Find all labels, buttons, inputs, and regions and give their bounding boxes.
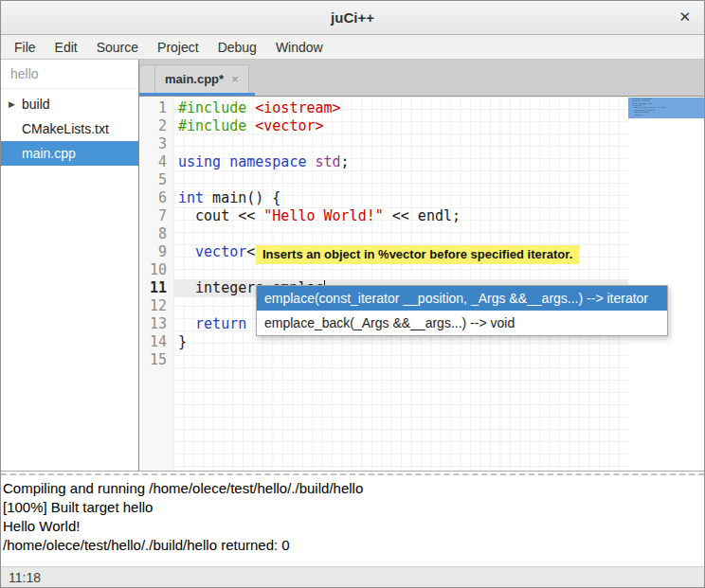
menu-item-source[interactable]: Source xyxy=(87,37,148,58)
code-token: vector xyxy=(195,243,246,260)
code-token xyxy=(246,117,255,134)
line-number: 1 xyxy=(139,99,167,117)
menu-item-edit[interactable]: Edit xyxy=(45,37,87,58)
code-line[interactable]: int main() { xyxy=(173,189,628,207)
project-name: hello xyxy=(1,60,138,89)
tree-item-label: CMakeLists.txt xyxy=(22,121,109,136)
line-number: 11 xyxy=(139,279,167,297)
file-tree-panel: hello ▶buildCMakeLists.txtmain.cpp xyxy=(1,60,139,471)
window-close-icon[interactable]: ✕ xyxy=(678,9,691,26)
code-token xyxy=(178,315,195,332)
tree-item-cmakelists-txt[interactable]: CMakeLists.txt xyxy=(1,116,138,141)
code-token: using xyxy=(178,153,221,170)
code-token xyxy=(178,243,195,260)
titlebar[interactable]: juCi++ ✕ xyxy=(1,1,704,35)
code-token: main() { xyxy=(204,189,280,206)
code-token: #include xyxy=(178,117,246,134)
line-number: 8 xyxy=(139,225,167,243)
code-line[interactable]: using namespace std; xyxy=(173,153,628,171)
line-number: 9 xyxy=(139,243,167,261)
code-area[interactable]: #include <iostream>#include <vector>usin… xyxy=(173,97,628,471)
code-token: std xyxy=(316,153,341,170)
tree-item-label: build xyxy=(22,97,50,112)
code-line[interactable] xyxy=(173,225,628,243)
active-tab-indicator xyxy=(139,93,255,96)
code-line[interactable] xyxy=(173,351,628,369)
tab-label: main.cpp* xyxy=(165,72,224,86)
code-token: < xyxy=(246,243,255,260)
menu-item-project[interactable]: Project xyxy=(148,37,208,58)
status-time: 11:18 xyxy=(9,570,41,585)
line-number: 15 xyxy=(139,351,167,369)
tab-strip-edge xyxy=(139,64,154,93)
file-tree: ▶buildCMakeLists.txtmain.cpp xyxy=(1,89,138,166)
tab-bar: main.cpp* × xyxy=(139,60,704,97)
completion-item-0[interactable]: emplace(const_iterator __position, _Args… xyxy=(257,286,667,311)
menu-item-debug[interactable]: Debug xyxy=(208,37,266,58)
output-line: Hello World! xyxy=(3,517,702,536)
completion-popup: emplace(const_iterator __position, _Args… xyxy=(256,285,668,336)
code-line[interactable]: #include <iostream> xyxy=(173,99,628,117)
code-token xyxy=(221,153,229,170)
tree-item-label: main.cpp xyxy=(22,146,76,161)
code-token: return xyxy=(195,315,246,332)
code-token: cout << xyxy=(178,207,263,224)
line-number-gutter: 123456789101112131415 xyxy=(139,97,173,471)
tab-close-icon[interactable]: × xyxy=(231,72,239,86)
menubar: FileEditSourceProjectDebugWindow xyxy=(1,35,704,60)
build-output: Compiling and running /home/olece/test/h… xyxy=(1,476,704,566)
window-title: juCi++ xyxy=(331,9,374,26)
completion-item-1[interactable]: emplace_back(_Args &&__args...) --> void xyxy=(257,311,667,335)
code-line[interactable] xyxy=(173,135,628,153)
menu-item-file[interactable]: File xyxy=(5,37,45,58)
line-number: 10 xyxy=(139,261,167,279)
output-line: [100%] Built target hello xyxy=(3,498,702,517)
code-line[interactable]: #include <vector> xyxy=(173,117,628,135)
code-token xyxy=(306,153,315,170)
tab-main-cpp[interactable]: main.cpp* × xyxy=(154,64,249,93)
code-token xyxy=(246,315,255,332)
status-bar: 11:18 xyxy=(1,566,704,587)
menu-item-window[interactable]: Window xyxy=(266,37,333,58)
code-token xyxy=(246,99,255,116)
code-token: "Hello World!" xyxy=(263,207,383,224)
minimap-code: #include <iostream> #include <vector> us… xyxy=(632,98,666,117)
line-number: 13 xyxy=(139,315,167,333)
line-number: 7 xyxy=(139,207,167,225)
tree-item-main-cpp[interactable]: main.cpp xyxy=(1,141,138,166)
main-area: hello ▶buildCMakeLists.txtmain.cpp main.… xyxy=(1,60,704,471)
code-line[interactable] xyxy=(173,171,628,189)
code-token: int xyxy=(178,189,204,206)
code-token: } xyxy=(178,333,187,350)
line-number: 6 xyxy=(139,189,167,207)
code-token: ; xyxy=(341,153,350,170)
editor-region: main.cpp* × 123456789101112131415 #inclu… xyxy=(139,60,704,471)
code-token: <vector> xyxy=(255,117,323,134)
line-number: 12 xyxy=(139,297,167,315)
code-token: << endl; xyxy=(384,207,461,224)
expander-icon[interactable]: ▶ xyxy=(9,99,22,109)
pane-splitter[interactable] xyxy=(1,471,704,476)
line-number: 2 xyxy=(139,117,167,135)
line-number: 3 xyxy=(139,135,167,153)
minimap[interactable]: #include <iostream> #include <vector> us… xyxy=(628,97,704,471)
code-editor[interactable]: 123456789101112131415 #include <iostream… xyxy=(139,97,704,471)
doc-tooltip: Inserts an object in %vector before spec… xyxy=(256,245,579,264)
code-line[interactable]: cout << "Hello World!" << endl; xyxy=(173,207,628,225)
app-window: juCi++ ✕ FileEditSourceProjectDebugWindo… xyxy=(0,0,705,588)
output-line: /home/olece/test/hello/./build/hello ret… xyxy=(3,536,702,555)
code-token: <iostream> xyxy=(255,99,340,116)
line-number: 14 xyxy=(139,333,167,351)
tree-item-build[interactable]: ▶build xyxy=(1,92,138,116)
output-line: Compiling and running /home/olece/test/h… xyxy=(3,479,702,498)
line-number: 4 xyxy=(139,153,167,171)
code-token: namespace xyxy=(229,153,306,170)
code-token: #include xyxy=(178,99,246,116)
line-number: 5 xyxy=(139,171,167,189)
